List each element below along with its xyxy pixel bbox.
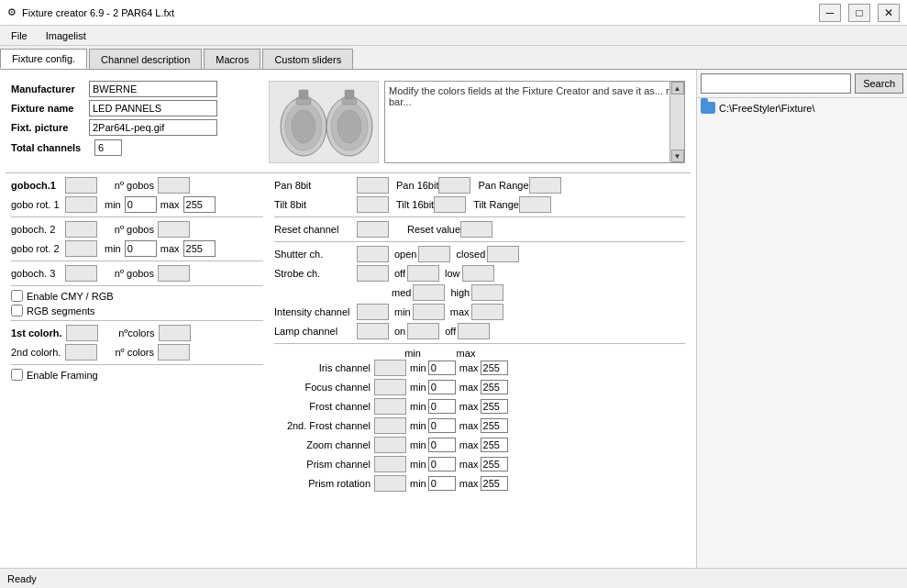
enable-framing-checkbox[interactable]	[11, 369, 23, 381]
shutter-ch-input[interactable]	[357, 246, 389, 262]
channel-1-ch-input[interactable]	[374, 379, 406, 395]
search-input[interactable]	[701, 73, 851, 94]
off-input[interactable]	[407, 265, 439, 282]
ncolors2-input[interactable]	[158, 344, 190, 361]
channel-1-min-input[interactable]	[428, 380, 456, 394]
lamp-off-input[interactable]	[458, 323, 490, 339]
ncolors1-input[interactable]	[159, 325, 191, 341]
max2-input[interactable]	[183, 240, 216, 257]
fixture-name-row: Fixture name	[11, 100, 263, 116]
int-max-input[interactable]	[471, 304, 503, 320]
channel-4-max-input[interactable]	[481, 438, 508, 452]
open-label: open	[394, 249, 416, 260]
open-input[interactable]	[418, 246, 450, 262]
tilt8bit-label: Tilt 8bit	[274, 199, 357, 210]
channel-5-min-input[interactable]	[428, 457, 456, 472]
colorch2-input[interactable]	[65, 344, 97, 361]
fixture-picture-input[interactable]	[89, 119, 217, 136]
channel-0-max-input[interactable]	[481, 361, 508, 375]
lamp-input[interactable]	[357, 323, 389, 339]
channel-6-ch-input[interactable]	[374, 475, 406, 492]
pan8bit-input[interactable]	[357, 177, 389, 194]
channel-2-max-input[interactable]	[481, 399, 508, 414]
channel-0-min-input[interactable]	[428, 361, 456, 375]
reset-value-input[interactable]	[460, 221, 492, 238]
channel-6-max-input[interactable]	[481, 476, 508, 491]
channel-2-min-label: min	[410, 401, 426, 412]
channel-6-min-input[interactable]	[428, 476, 456, 491]
min1-input[interactable]	[125, 196, 157, 213]
channel-1-max-input[interactable]	[481, 380, 508, 394]
med-input[interactable]	[413, 284, 445, 301]
max1-input[interactable]	[183, 196, 216, 213]
tab-channel-description[interactable]: Channel description	[89, 49, 202, 69]
tab-macros[interactable]: Macros	[204, 49, 260, 69]
low-input[interactable]	[462, 265, 494, 282]
scroll-up-arrow[interactable]: ▲	[671, 82, 684, 94]
shutter-ch-label: Shutter ch.	[274, 249, 357, 260]
gobo-rot1-input[interactable]	[65, 196, 97, 213]
channel-3-min-input[interactable]	[428, 418, 456, 433]
minimize-button[interactable]: ─	[819, 4, 841, 22]
menu-file[interactable]: File	[7, 29, 31, 42]
search-bar: Search	[697, 70, 907, 98]
menu-imagelist[interactable]: Imagelist	[42, 29, 90, 42]
ngobos2-label: nº gobos	[108, 224, 154, 235]
description-scrollbar[interactable]: ▲ ▼	[669, 82, 684, 162]
ngobos2-input[interactable]	[158, 221, 190, 238]
channel-0-label: Iris channel	[274, 362, 371, 373]
folder-item[interactable]: C:\FreeStyler\Fixture\	[697, 98, 907, 117]
closed-input[interactable]	[487, 246, 519, 262]
tab-custom-sliders[interactable]: Custom sliders	[262, 49, 353, 69]
close-button[interactable]: ✕	[878, 4, 900, 22]
shutter-row1: Shutter ch. open closed	[274, 246, 685, 262]
tilt16bit-input[interactable]	[434, 196, 466, 213]
colorch1-input[interactable]	[66, 325, 98, 341]
folder-path: C:\FreeStyler\Fixture\	[719, 103, 815, 114]
ngobos1-input[interactable]	[158, 177, 190, 194]
manufacturer-input[interactable]	[89, 81, 217, 97]
int-min-input[interactable]	[413, 304, 445, 320]
ngobos3-label: nº gobos	[108, 268, 154, 279]
description-text: Modify the colors fields at the Fixture …	[389, 85, 680, 107]
max2-label: max	[160, 243, 180, 254]
strobe-ch-input[interactable]	[357, 265, 389, 282]
tilt-range-input[interactable]	[519, 196, 551, 213]
lamp-on-input[interactable]	[407, 323, 439, 339]
maximize-button[interactable]: □	[848, 4, 870, 22]
channel-3-max-input[interactable]	[481, 418, 508, 433]
closed-label: closed	[456, 249, 485, 260]
scroll-down-arrow[interactable]: ▼	[671, 150, 684, 162]
tab-fixture-config[interactable]: Fixture config.	[0, 49, 87, 69]
channel-row-1: Focus channel min max	[274, 379, 685, 395]
channel-3-ch-input[interactable]	[374, 417, 406, 434]
search-button[interactable]: Search	[855, 73, 903, 94]
enable-cmy-checkbox[interactable]	[11, 290, 23, 302]
intensity-input[interactable]	[357, 304, 389, 320]
goboch1-input[interactable]	[65, 177, 97, 194]
gobo-rot2-input[interactable]	[65, 240, 97, 257]
reset-channel-input[interactable]	[357, 221, 389, 238]
goboch3-input[interactable]	[65, 265, 97, 282]
channel-5-ch-input[interactable]	[374, 456, 406, 472]
channel-5-max-input[interactable]	[481, 457, 508, 472]
rgb-segments-checkbox[interactable]	[11, 305, 23, 316]
ngobos3-input[interactable]	[158, 265, 190, 282]
channel-row-2: Frost channel min max	[274, 398, 685, 415]
high-input[interactable]	[471, 284, 503, 301]
tilt8bit-input[interactable]	[357, 196, 389, 213]
lamp-row: Lamp channel on off	[274, 323, 685, 339]
fixture-name-input[interactable]	[89, 100, 217, 116]
separator-shutter	[274, 343, 685, 344]
channel-0-ch-input[interactable]	[374, 360, 406, 376]
total-channels-input[interactable]	[94, 139, 122, 156]
channel-6-min-label: min	[410, 478, 426, 489]
goboch2-input[interactable]	[65, 221, 97, 238]
channel-2-ch-input[interactable]	[374, 398, 406, 415]
pan-range-input[interactable]	[529, 177, 561, 194]
min2-input[interactable]	[125, 240, 157, 257]
channel-4-ch-input[interactable]	[374, 437, 406, 453]
channel-2-min-input[interactable]	[428, 399, 456, 414]
pan16bit-input[interactable]	[438, 177, 470, 194]
channel-4-min-input[interactable]	[428, 438, 456, 452]
